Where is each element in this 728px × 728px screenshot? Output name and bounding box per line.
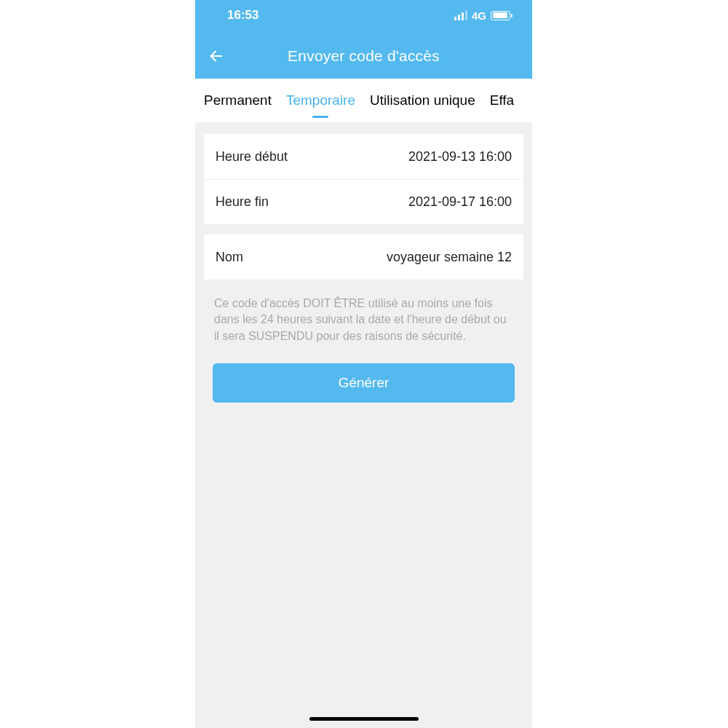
generate-button[interactable]: Générer: [213, 363, 515, 403]
name-card: Nom voyageur semaine 12: [204, 234, 523, 280]
tab-temporaire[interactable]: Temporaire: [285, 92, 357, 108]
tab-permanent[interactable]: Permanent: [202, 92, 273, 108]
security-note: Ce code d'accès DOIT ÊTRE utilisé au moi…: [195, 280, 532, 352]
phone-screen: 16:53 4G Envoyer code d'accès Permanent …: [195, 0, 532, 728]
tab-utilisation-unique[interactable]: Utilisation unique: [368, 92, 477, 108]
page-title: Envoyer code d'accès: [195, 47, 532, 65]
tab-bar: Permanent Temporaire Utilisation unique …: [195, 79, 532, 122]
row-end-time[interactable]: Heure fin 2021-09-17 16:00: [204, 179, 523, 224]
back-button[interactable]: [205, 45, 227, 67]
status-right: 4G: [454, 9, 510, 22]
end-time-label: Heure fin: [215, 194, 269, 210]
home-indicator[interactable]: [309, 717, 419, 721]
end-time-value: 2021-09-17 16:00: [408, 194, 512, 210]
status-time: 16:53: [227, 8, 258, 23]
row-name[interactable]: Nom voyageur semaine 12: [204, 234, 523, 280]
tabs-overflow-fade: [518, 79, 532, 122]
arrow-left-icon: [208, 48, 224, 64]
battery-icon: [491, 11, 510, 20]
name-value: voyageur semaine 12: [387, 250, 512, 265]
start-time-value: 2021-09-13 16:00: [408, 149, 512, 165]
tab-effacer[interactable]: Effa: [488, 92, 515, 108]
row-start-time[interactable]: Heure début 2021-09-13 16:00: [204, 134, 523, 179]
signal-icon: [454, 10, 467, 20]
start-time-label: Heure début: [215, 149, 288, 165]
content-area: Heure début 2021-09-13 16:00 Heure fin 2…: [195, 122, 532, 728]
nav-bar: Envoyer code d'accès: [195, 33, 532, 79]
name-label: Nom: [215, 250, 243, 265]
status-bar: 16:53 4G: [195, 0, 532, 33]
network-label: 4G: [472, 9, 486, 22]
time-card: Heure début 2021-09-13 16:00 Heure fin 2…: [204, 134, 523, 224]
